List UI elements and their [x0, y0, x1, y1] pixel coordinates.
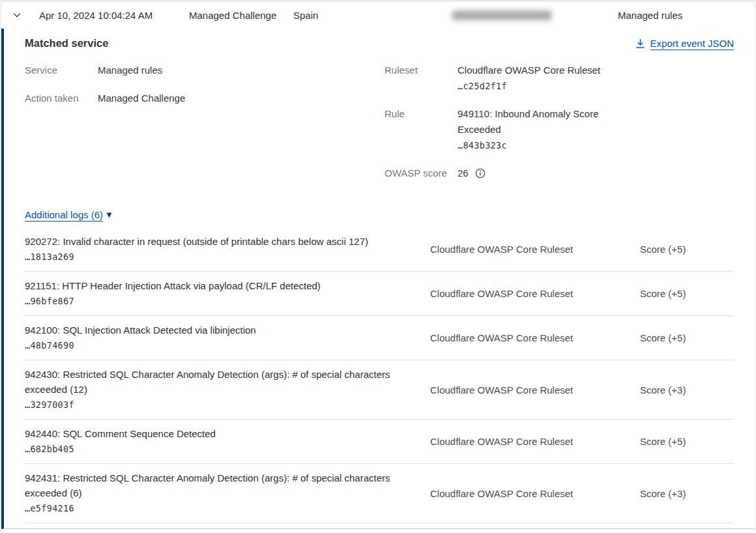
- log-ruleset: Cloudflare OWASP Core Ruleset: [430, 488, 640, 499]
- event-action: Managed Challenge: [189, 10, 293, 21]
- additional-logs-label: Additional logs (6): [25, 209, 103, 220]
- log-score: Score (+5): [640, 244, 734, 255]
- log-row: 921151: HTTP Header Injection Attack via…: [25, 272, 734, 316]
- event-timestamp: Apr 10, 2024 10:04:24 AM: [39, 10, 189, 21]
- log-hash: …1813a269: [25, 249, 430, 265]
- log-description: 942430: Restricted SQL Character Anomaly…: [25, 369, 390, 395]
- log-score: Score (+5): [640, 288, 734, 299]
- service-value: Managed rules: [98, 63, 162, 78]
- rule-name: 949110: Inbound Anomaly Score Exceeded: [458, 108, 599, 135]
- log-score: Score (+3): [640, 488, 734, 499]
- log-hash: …e5f94216: [25, 500, 430, 516]
- log-ruleset: Cloudflare OWASP Core Ruleset: [430, 244, 640, 255]
- service-label: Service: [25, 63, 98, 78]
- event-detail-panel: Matched service Export event JSON Servic…: [1, 29, 755, 529]
- log-description: 942440: SQL Comment Sequence Detected: [25, 428, 216, 439]
- redacted-host-value: [452, 10, 551, 20]
- log-description: 942431: Restricted SQL Character Anomaly…: [25, 472, 390, 498]
- log-row: 920272: Invalid character in request (ou…: [25, 227, 734, 272]
- download-icon: [635, 38, 645, 49]
- log-ruleset: Cloudflare OWASP Core Ruleset: [430, 436, 640, 447]
- ruleset-id-hash: …c25d2f1f: [458, 81, 507, 91]
- log-ruleset: Cloudflare OWASP Core Ruleset: [430, 384, 640, 396]
- chevron-down-icon[interactable]: [11, 9, 23, 21]
- log-description: 942100: SQL Injection Attack Detected vi…: [25, 324, 256, 336]
- log-row: 942431: Restricted SQL Character Anomaly…: [25, 464, 734, 523]
- log-score: Score (+3): [640, 384, 734, 396]
- owasp-score-field: OWASP score 26: [385, 166, 734, 181]
- log-row: 942430: Restricted SQL Character Anomaly…: [25, 360, 734, 420]
- export-event-json-label: Export event JSON: [650, 38, 734, 49]
- service-field: Service Managed rules: [25, 63, 385, 78]
- matched-service-title: Matched service: [25, 37, 108, 50]
- additional-logs-list: 920272: Invalid character in request (ou…: [25, 227, 734, 523]
- log-hash: …682bb405: [25, 441, 430, 457]
- additional-logs-toggle[interactable]: Additional logs (6) ▼: [25, 209, 113, 220]
- action-taken-label: Action taken: [25, 91, 98, 106]
- matched-service-details: Service Managed rules Action taken Manag…: [25, 63, 734, 194]
- log-score: Score (+5): [640, 436, 734, 447]
- log-row: 942440: SQL Comment Sequence Detected …6…: [25, 420, 734, 464]
- ruleset-name: Cloudflare OWASP Core Ruleset: [458, 65, 600, 76]
- event-summary-row[interactable]: Apr 10, 2024 10:04:24 AM Managed Challen…: [1, 1, 755, 29]
- ruleset-label: Ruleset: [385, 63, 458, 94]
- owasp-score-label: OWASP score: [385, 166, 458, 181]
- action-taken-field: Action taken Managed Challenge: [25, 91, 385, 106]
- action-taken-value: Managed Challenge: [98, 91, 185, 106]
- caret-down-icon: ▼: [105, 210, 113, 219]
- events-detail-view: Apr 10, 2024 10:04:24 AM Managed Challen…: [1, 1, 755, 532]
- info-icon[interactable]: [475, 168, 486, 179]
- rule-label: Rule: [385, 106, 458, 153]
- log-row: 942100: SQL Injection Attack Detected vi…: [25, 316, 734, 360]
- owasp-score-value: 26: [458, 166, 469, 181]
- rule-field: Rule 949110: Inbound Anomaly Score Excee…: [385, 106, 734, 153]
- log-hash: …3297003f: [25, 397, 430, 412]
- ruleset-field: Ruleset Cloudflare OWASP Core Ruleset …c…: [385, 63, 734, 94]
- log-ruleset: Cloudflare OWASP Core Ruleset: [430, 288, 640, 299]
- log-ruleset: Cloudflare OWASP Core Ruleset: [430, 332, 640, 343]
- log-hash: …48b74690: [25, 338, 430, 353]
- log-score: Score (+5): [640, 332, 734, 343]
- export-event-json-link[interactable]: Export event JSON: [635, 38, 734, 49]
- log-description: 920272: Invalid character in request (ou…: [25, 236, 368, 247]
- event-country: Spain: [293, 10, 452, 21]
- event-service: Managed rules: [618, 10, 682, 21]
- rule-id-hash: …843b323c: [458, 140, 507, 151]
- log-description: 921151: HTTP Header Injection Attack via…: [25, 280, 321, 291]
- log-hash: …96bfe867: [25, 293, 430, 309]
